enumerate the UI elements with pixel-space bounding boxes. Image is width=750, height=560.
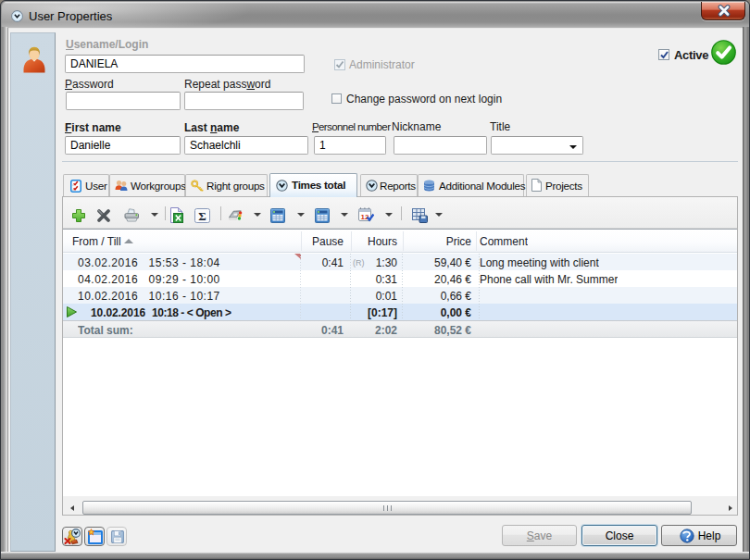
svg-text:Σ: Σ: [198, 209, 206, 223]
